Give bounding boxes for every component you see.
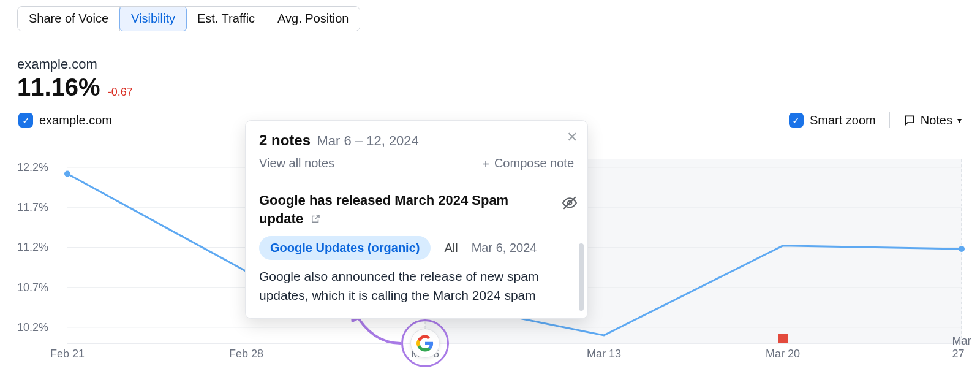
x-tick-label: Mar 27 [952,335,971,360]
checkbox-checked-icon: ✓ [18,113,33,128]
divider [246,181,587,181]
external-link-icon[interactable] [310,213,321,224]
y-tick-label: 11.7% [17,201,48,214]
view-all-notes-link[interactable]: View all notes [259,156,334,172]
tab-avg-position[interactable]: Avg. Position [266,7,360,31]
divider [889,112,890,128]
domain-name: example.com [17,56,980,72]
smart-zoom-toggle[interactable]: ✓ Smart zoom [789,113,876,128]
tab-share-of-voice[interactable]: Share of Voice [18,7,120,31]
y-tick-label: 12.2% [17,161,48,174]
x-tick-label: Feb 28 [229,348,263,360]
tab-est-traffic[interactable]: Est. Traffic [186,7,266,31]
smart-zoom-label: Smart zoom [810,113,876,128]
note-body: Google also announced the release of new… [259,267,574,305]
chevron-down-icon: ▾ [957,115,962,125]
plus-icon: + [482,158,489,172]
x-tick-label: Feb 21 [50,348,85,360]
scrollbar-thumb[interactable] [579,243,584,311]
y-tick-label: 10.2% [17,321,48,334]
close-icon[interactable]: ✕ [567,129,578,145]
user-note-flag-icon[interactable] [778,334,788,343]
checkbox-checked-icon: ✓ [789,113,804,128]
notes-date-range: Mar 6 – 12, 2024 [317,133,418,148]
note-icon [903,114,916,126]
note-tag-pill[interactable]: Google Updates (organic) [259,236,431,260]
hide-icon[interactable] [562,195,578,211]
note-item-title[interactable]: Google has released March 2024 Spam upda… [259,192,508,226]
metric-delta: -0.67 [108,86,133,99]
x-tick-label: Mar 20 [766,348,800,360]
notes-popover: ✕ 2 notes Mar 6 – 12, 2024 View all note… [245,120,588,319]
header-divider [0,40,980,40]
svg-point-10 [959,246,965,252]
svg-point-9 [64,170,70,177]
notes-dropdown[interactable]: Notes ▾ [903,113,962,128]
series-label: example.com [39,113,112,128]
x-tick-label: Mar 13 [587,348,621,360]
notes-count: 2 notes [259,132,311,148]
y-tick-label: 11.2% [17,241,48,254]
note-scope: All [444,241,458,255]
series-toggle-example[interactable]: ✓ example.com [18,113,112,128]
metric-tabs: Share of Voice Visibility Est. Traffic A… [17,6,360,31]
y-tick-label: 10.7% [17,281,48,294]
notes-label: Notes [921,113,952,128]
compose-note-link[interactable]: Compose note [494,156,574,172]
metric-value: 11.16% [17,74,100,101]
metric-block: example.com 11.16% -0.67 [17,56,980,101]
note-date: Mar 6, 2024 [472,241,537,255]
tab-visibility[interactable]: Visibility [119,6,187,31]
